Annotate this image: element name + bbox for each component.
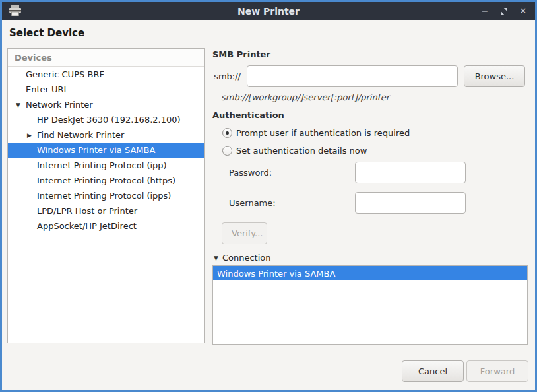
expander-open-icon: ▼ bbox=[214, 255, 218, 261]
device-item[interactable]: ▼Network Printer bbox=[8, 97, 204, 112]
browse-button[interactable]: Browse... bbox=[464, 65, 525, 87]
device-item[interactable]: Enter URI bbox=[8, 82, 204, 97]
device-item-label: Internet Printing Protocol (https) bbox=[37, 176, 175, 185]
printer-icon bbox=[9, 5, 22, 18]
connection-item[interactable]: Windows Printer via SAMBA bbox=[213, 266, 527, 280]
smb-uri-row: smb:// Browse... bbox=[212, 65, 525, 87]
radio-selected-icon[interactable] bbox=[222, 128, 232, 138]
window-title: New Printer bbox=[237, 6, 300, 16]
auth-section-title: Authentication bbox=[212, 110, 284, 120]
cancel-button[interactable]: Cancel bbox=[402, 360, 464, 382]
device-item[interactable]: ▶Find Network Printer bbox=[8, 127, 204, 143]
device-item-label: Windows Printer via SAMBA bbox=[37, 145, 155, 155]
device-item-label: LPD/LPR Host or Printer bbox=[37, 206, 137, 216]
titlebar[interactable]: New Printer − ✕ bbox=[2, 2, 535, 20]
device-item[interactable]: Generic CUPS-BRF bbox=[8, 67, 204, 82]
device-item-label: Generic CUPS-BRF bbox=[26, 69, 104, 79]
smb-section-title: SMB Printer bbox=[212, 49, 270, 59]
username-row: Username: bbox=[229, 192, 468, 214]
auth-radio-label: Prompt user if authentication is require… bbox=[236, 128, 410, 138]
device-item[interactable]: HP DeskJet 3630 (192.168.2.100) bbox=[8, 112, 204, 127]
devices-column-header[interactable]: Devices bbox=[8, 49, 204, 67]
device-item-label: Network Printer bbox=[26, 100, 93, 110]
device-item[interactable]: Internet Printing Protocol (ipps) bbox=[8, 188, 204, 203]
password-row: Password: bbox=[229, 162, 468, 183]
connection-expander-label: Connection bbox=[222, 253, 271, 263]
connection-expander[interactable]: ▼ Connection bbox=[214, 253, 270, 263]
connection-item-label: Windows Printer via SAMBA bbox=[217, 269, 335, 278]
device-item-label: Find Network Printer bbox=[37, 130, 124, 140]
forward-button: Forward bbox=[466, 360, 528, 382]
maximize-icon bbox=[500, 7, 508, 15]
smb-prefix-label: smb:// bbox=[212, 71, 247, 81]
devices-list: Generic CUPS-BRFEnter URI▼Network Printe… bbox=[8, 67, 204, 343]
device-item[interactable]: Internet Printing Protocol (ipp) bbox=[8, 158, 204, 173]
auth-radio-group: Prompt user if authentication is require… bbox=[222, 127, 526, 162]
device-item-label: Internet Printing Protocol (ipps) bbox=[37, 191, 171, 201]
password-input[interactable] bbox=[355, 162, 466, 183]
smb-uri-hint: smb://[workgroup/]server[:port]/printer bbox=[221, 92, 389, 102]
username-label: Username: bbox=[229, 198, 282, 208]
verify-button: Verify... bbox=[222, 222, 267, 244]
device-item-label: Internet Printing Protocol (ipp) bbox=[37, 160, 167, 170]
auth-radio-label: Set authentication details now bbox=[236, 146, 367, 156]
auth-radio-option[interactable]: Set authentication details now bbox=[222, 145, 526, 157]
smb-uri-input[interactable] bbox=[247, 65, 458, 87]
connection-list: Windows Printer via SAMBA bbox=[212, 265, 528, 345]
username-input[interactable] bbox=[355, 192, 466, 214]
auth-radio-option[interactable]: Prompt user if authentication is require… bbox=[222, 127, 526, 139]
new-printer-dialog: New Printer − ✕ Select Device Devices Ge… bbox=[0, 0, 537, 392]
radio-unselected-icon[interactable] bbox=[222, 146, 232, 156]
password-label: Password: bbox=[229, 168, 282, 178]
device-item[interactable]: AppSocket/HP JetDirect bbox=[8, 218, 204, 234]
expander-open-icon[interactable]: ▼ bbox=[15, 102, 26, 108]
device-item-label: AppSocket/HP JetDirect bbox=[37, 221, 137, 231]
expander-closed-icon[interactable]: ▶ bbox=[26, 132, 37, 139]
devices-panel: Devices Generic CUPS-BRFEnter URI▼Networ… bbox=[7, 48, 205, 343]
device-item-label: HP DeskJet 3630 (192.168.2.100) bbox=[37, 115, 181, 125]
device-item-label: Enter URI bbox=[26, 84, 66, 94]
device-item[interactable]: Windows Printer via SAMBA bbox=[8, 143, 204, 158]
page-title: Select Device bbox=[9, 27, 84, 39]
close-button[interactable]: ✕ bbox=[517, 5, 530, 18]
maximize-button[interactable] bbox=[497, 5, 511, 18]
minimize-button[interactable]: − bbox=[478, 5, 491, 18]
devices-header-label: Devices bbox=[15, 53, 52, 63]
device-item[interactable]: Internet Printing Protocol (https) bbox=[8, 173, 204, 188]
device-item[interactable]: LPD/LPR Host or Printer bbox=[8, 203, 204, 218]
